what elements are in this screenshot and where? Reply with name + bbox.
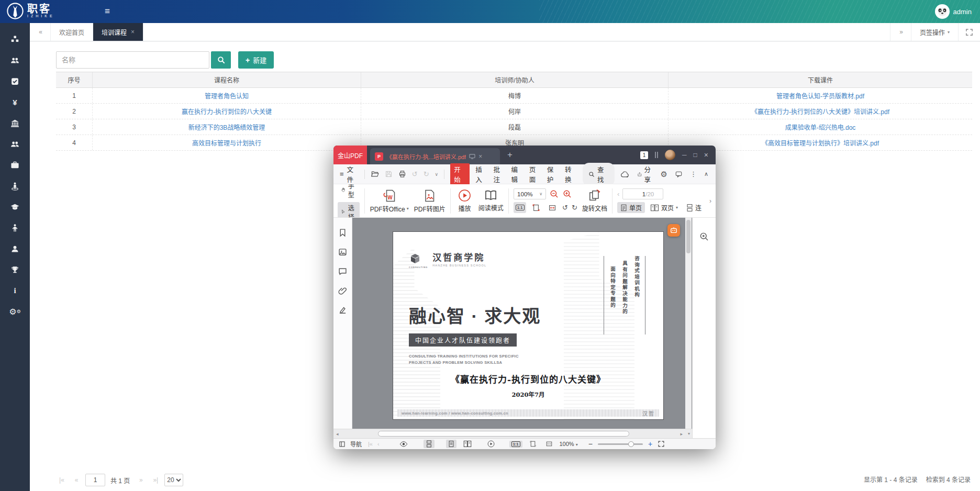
find-button[interactable]: 查找 xyxy=(583,163,615,186)
course-link[interactable]: 赢在执行力-执行到位的八大关键 xyxy=(182,107,272,116)
settings-gear-icon[interactable]: ⚙ xyxy=(660,170,667,179)
page-size-select[interactable]: 20 xyxy=(164,474,183,486)
assistant-floating-button[interactable] xyxy=(667,224,680,237)
close-document-icon[interactable]: × xyxy=(478,153,482,160)
page-last-icon[interactable]: »| xyxy=(150,474,161,486)
zoom-select[interactable]: 100%∨ xyxy=(514,188,546,199)
rotate-left-icon[interactable]: ↺ xyxy=(562,204,568,211)
maximize-icon[interactable]: □ xyxy=(694,151,697,159)
page-number-input[interactable] xyxy=(85,474,105,486)
account-avatar[interactable] xyxy=(665,150,675,160)
cogs-icon[interactable]: ⚙⚙ xyxy=(10,307,20,316)
menu-edit[interactable]: 编辑 xyxy=(511,164,524,184)
tab-operations-dropdown[interactable]: 页签操作 ▾ xyxy=(911,23,958,41)
yen-icon[interactable]: ¥ xyxy=(10,97,20,107)
scrollbar-thumb[interactable] xyxy=(686,220,691,253)
magnify-tool-icon[interactable] xyxy=(699,231,709,242)
fit-page-button[interactable] xyxy=(530,202,542,213)
street-view-icon[interactable] xyxy=(10,181,20,191)
first-page-icon[interactable]: |« xyxy=(368,441,373,447)
file-menu[interactable]: ≡ 文件 xyxy=(340,164,359,184)
tab-scroll-right-icon[interactable]: » xyxy=(890,23,911,41)
eye-protect-icon[interactable] xyxy=(399,441,408,447)
cubes-icon[interactable] xyxy=(10,35,20,44)
menu-start[interactable]: 开始 xyxy=(450,163,470,185)
redo-icon[interactable]: ↻ xyxy=(424,170,429,178)
scrollbar-thumb[interactable] xyxy=(378,431,629,437)
course-link[interactable]: 新经济下的3B战略绩效管理 xyxy=(188,122,265,131)
undo-icon[interactable]: ↺ xyxy=(412,170,418,178)
expand-panel-icon[interactable]: › xyxy=(709,197,711,205)
actual-size-icon[interactable]: 1:1 xyxy=(509,441,522,448)
pdf-page[interactable]: CONSULTING 汉哲商学院 HANZHE BUSINESS SCHOOL … xyxy=(393,231,664,420)
course-link[interactable]: 管理者角色认知 xyxy=(205,91,249,100)
menu-annotate[interactable]: 批注 xyxy=(493,164,505,184)
team-icon[interactable] xyxy=(10,139,20,149)
cloud-sync-icon[interactable] xyxy=(620,171,630,178)
continuous-button[interactable]: 连 xyxy=(683,202,705,213)
scroll-right-icon[interactable]: ▸ xyxy=(680,431,683,437)
course-link[interactable]: 高效目标管理与计划执行 xyxy=(192,138,261,147)
header-user[interactable]: admin xyxy=(935,4,972,19)
prev-page-icon[interactable]: ‹ xyxy=(377,441,380,447)
menu-page[interactable]: 页面 xyxy=(529,164,541,184)
hamburger-icon[interactable]: ≡ xyxy=(105,6,110,17)
info-icon[interactable]: i xyxy=(10,286,20,295)
single-page-button[interactable]: 单页 xyxy=(617,202,645,213)
feedback-comment-icon[interactable] xyxy=(675,171,683,178)
status-zoom-value[interactable]: 100% ▾ xyxy=(560,441,578,447)
slideshow-icon[interactable] xyxy=(487,440,495,448)
rotate-document-button[interactable]: 旋转文档 xyxy=(582,189,607,213)
prev-page-icon[interactable]: ‹ xyxy=(617,190,619,198)
menu-insert[interactable]: 插入 xyxy=(475,164,487,184)
zoom-plus-icon[interactable]: + xyxy=(648,440,652,448)
collapse-toolbar-icon[interactable]: ∧ xyxy=(704,171,708,177)
page-next-icon[interactable]: » xyxy=(135,474,147,486)
fullscreen-toggle-icon[interactable] xyxy=(658,440,665,448)
toolbar-options-caret-icon[interactable]: ∨ xyxy=(435,172,439,177)
new-tab-icon[interactable]: + xyxy=(507,150,513,160)
print-icon[interactable] xyxy=(398,170,406,178)
nav-toggle[interactable]: 导航 xyxy=(339,440,362,448)
trophy-icon[interactable] xyxy=(10,265,20,274)
page-first-icon[interactable]: |« xyxy=(56,474,68,486)
minimize-icon[interactable]: ─ xyxy=(682,151,687,159)
vertical-scrollbar[interactable] xyxy=(685,218,692,438)
comment-panel-icon[interactable] xyxy=(338,267,347,276)
bookmark-icon[interactable] xyxy=(338,228,347,237)
table-row[interactable]: 1 管理者角色认知 梅博 管理者角色认知-学员版教材.pdf xyxy=(56,88,972,104)
child-icon[interactable] xyxy=(10,223,20,232)
fit-width-button[interactable] xyxy=(546,202,559,213)
page-prev-icon[interactable]: « xyxy=(71,474,82,486)
pdf-to-office-button[interactable]: W PDF转Office▾ xyxy=(370,189,409,213)
close-tab-icon[interactable]: × xyxy=(131,28,135,36)
fit-page-icon[interactable] xyxy=(527,440,539,448)
zoom-slider-knob[interactable] xyxy=(628,441,634,447)
page-indicator[interactable]: /20 xyxy=(622,188,663,199)
zoom-in-icon[interactable] xyxy=(563,189,572,199)
graduation-cap-icon[interactable] xyxy=(10,202,20,211)
menu-protect[interactable]: 保护 xyxy=(547,164,559,184)
horizontal-scrollbar[interactable]: ◂ ▸ ▾ xyxy=(333,429,692,438)
bank-icon[interactable] xyxy=(10,118,20,128)
pdf-brand-button[interactable]: 金山PDF xyxy=(333,146,367,164)
user-icon[interactable] xyxy=(10,244,20,253)
courseware-link[interactable]: 成果验收单-绍兴热电.doc xyxy=(785,122,856,131)
new-button[interactable]: + 新建 xyxy=(238,51,274,69)
share-button[interactable]: 分享 xyxy=(637,164,653,184)
fullscreen-icon[interactable] xyxy=(958,23,980,41)
pdf-document-tab[interactable]: P 《赢在执行力-执...培训讲义.pdf × xyxy=(370,148,500,164)
split-view-icon[interactable] xyxy=(655,152,658,158)
search-input[interactable] xyxy=(56,51,209,69)
check-square-icon[interactable] xyxy=(10,76,20,86)
fit-width-icon[interactable] xyxy=(543,440,555,448)
signature-icon[interactable] xyxy=(338,306,347,315)
pdf-titlebar[interactable]: 金山PDF P 《赢在执行力-执...培训讲义.pdf × + 1 ─ □ × xyxy=(333,146,716,164)
courseware-link[interactable]: 《高效目标管理与计划执行》培训讲义.pdf xyxy=(762,138,879,147)
close-window-icon[interactable]: × xyxy=(704,151,708,159)
users-icon[interactable] xyxy=(10,55,20,65)
briefcase-icon[interactable] xyxy=(10,160,20,170)
avatar[interactable] xyxy=(935,4,950,19)
pdf-page-input[interactable] xyxy=(632,191,645,197)
tab-home[interactable]: 欢迎首页 xyxy=(51,23,93,41)
